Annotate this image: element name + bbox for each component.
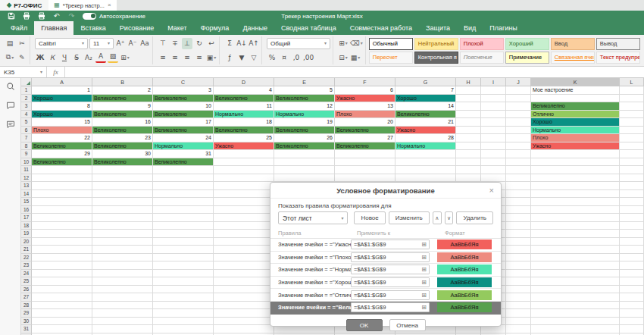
chat-icon[interactable] [6, 120, 15, 129]
rule-range-input[interactable]: =$A$1:$G$9⊞ [351, 265, 430, 274]
rule-row-3[interactable]: Значение ячейки = ="Нормально"=$A$1:$G$9… [270, 264, 501, 277]
cell-F9[interactable] [335, 150, 395, 158]
row-header-19[interactable]: 19 [21, 230, 32, 238]
cell-C13[interactable] [153, 182, 214, 190]
select-range-icon[interactable]: ⊞ [421, 266, 427, 273]
subscript-icon[interactable]: A₂ [83, 52, 94, 63]
move-rule-up-button[interactable]: ∧ [433, 211, 442, 224]
cell-B16[interactable] [92, 206, 153, 214]
rule-range-input[interactable]: =$A$1:$G$9⊞ [351, 252, 430, 262]
rule-row-2[interactable]: Значение ячейки = ="Плохо"=$A$1:$G$9⊞AaB… [270, 252, 501, 265]
cell-A13[interactable] [32, 182, 92, 190]
copy-icon[interactable]: ⧉▾ [5, 52, 15, 63]
save-button[interactable] [7, 12, 15, 20]
menu-item-Макет[interactable]: Макет [161, 21, 193, 35]
font-name-select[interactable]: Calibri▾ [35, 38, 88, 49]
document-tab[interactable]: ▦ *Трекер настр... × [48, 0, 116, 11]
merge-cells-icon[interactable]: ▣▾ [206, 52, 217, 63]
cell-A31[interactable] [32, 325, 92, 333]
cell-H4[interactable] [456, 111, 481, 119]
cell-B26[interactable] [92, 286, 153, 294]
percent-style-icon[interactable]: % [267, 52, 277, 63]
row-header-31[interactable]: 31 [21, 325, 32, 333]
cell-style-Текст предупре[interactable]: Текст предупре [596, 52, 640, 64]
cell-style-Вывод[interactable]: Вывод [596, 38, 640, 50]
cell-J5[interactable] [506, 118, 531, 127]
column-header-F[interactable]: F [335, 78, 395, 86]
format-as-table-icon[interactable]: ▦▾ [350, 52, 361, 63]
cell-C30[interactable] [153, 318, 214, 326]
cell-D3[interactable]: 11 [214, 102, 274, 111]
row-header-15[interactable]: 15 [21, 198, 32, 206]
cell-K15[interactable] [531, 198, 620, 206]
sort-asc-icon[interactable]: А↓ [236, 38, 247, 49]
cell-K29[interactable] [531, 309, 620, 318]
cell-B20[interactable] [92, 238, 153, 246]
cell-A20[interactable] [32, 238, 92, 246]
redo-button[interactable]: ↷ [67, 12, 76, 20]
cell-J27[interactable] [506, 293, 531, 302]
cell-D16[interactable] [214, 206, 274, 214]
align-center-icon[interactable]: ≡ [170, 52, 180, 63]
cell-K10[interactable] [531, 158, 620, 167]
cell-G4[interactable]: Великолепно [395, 111, 456, 119]
menu-item-Защита[interactable]: Защита [419, 21, 457, 35]
cell-G11[interactable] [395, 166, 456, 174]
cell-A14[interactable] [32, 190, 92, 199]
change-case-icon[interactable]: Aa [139, 38, 150, 49]
cell-A15[interactable] [32, 198, 92, 206]
cell-B31[interactable] [92, 325, 153, 333]
strikethrough-icon[interactable]: S [71, 52, 82, 63]
cell-G8[interactable]: Нормально [395, 142, 456, 151]
cell-I5[interactable] [481, 118, 506, 127]
cell-A1[interactable]: 1 [32, 86, 92, 95]
rules-scope-select[interactable]: Этот лист ▾ [278, 211, 348, 224]
select-range-icon[interactable]: ⊞ [421, 279, 427, 286]
cell-D2[interactable]: Великолепно [214, 95, 274, 103]
italic-icon[interactable]: К [47, 52, 58, 63]
cell-C24[interactable] [153, 270, 214, 278]
cell-I4[interactable] [481, 111, 506, 119]
row-header-9[interactable]: 9 [21, 150, 32, 158]
cell-D15[interactable] [214, 198, 274, 206]
cell-D1[interactable]: 4 [214, 86, 274, 95]
cell-L21[interactable] [620, 246, 644, 254]
row-header-21[interactable]: 21 [21, 246, 32, 254]
cell-D19[interactable] [214, 230, 274, 238]
cell-C7[interactable]: 24 [153, 134, 214, 142]
cell-J22[interactable] [506, 254, 531, 262]
row-header-28[interactable]: 28 [21, 302, 32, 310]
cell-L26[interactable] [620, 286, 644, 294]
sort-desc-icon[interactable]: А↑ [249, 38, 259, 49]
app-logo-button[interactable]: ◆ Р7-ОФИС [0, 0, 48, 11]
column-header-I[interactable]: I [481, 78, 506, 86]
row-header-11[interactable]: 11 [21, 166, 32, 174]
align-bottom-icon[interactable]: ⊥ [182, 38, 192, 49]
bold-icon[interactable]: Ж [35, 52, 45, 63]
cell-D29[interactable] [214, 309, 274, 318]
row-header-24[interactable]: 24 [21, 270, 32, 278]
cell-D31[interactable] [214, 325, 274, 333]
cell-K25[interactable] [531, 277, 620, 286]
decrease-decimal-icon[interactable]: ,0 [291, 52, 302, 63]
cell-G1[interactable]: 7 [395, 86, 456, 95]
cell-F2[interactable]: Ужасно [335, 95, 395, 103]
cell-A7[interactable]: 22 [32, 134, 92, 142]
cell-D27[interactable] [214, 293, 274, 302]
cell-D8[interactable]: Ужасно [214, 142, 274, 151]
cell-B9[interactable]: 30 [92, 150, 153, 158]
cell-A30[interactable] [32, 318, 92, 326]
cell-H9[interactable] [456, 150, 481, 158]
cell-K16[interactable] [531, 206, 620, 214]
cell-G12[interactable] [395, 174, 456, 183]
cell-G5[interactable]: 21 [395, 118, 456, 127]
cell-J17[interactable] [506, 214, 531, 222]
select-range-icon[interactable]: ⊞ [421, 254, 427, 261]
cell-F11[interactable] [335, 166, 395, 174]
rule-row-5[interactable]: Значение ячейки = ="Отлично"=$A$1:$G$9⊞A… [270, 289, 501, 302]
cell-C15[interactable] [153, 198, 214, 206]
cell-H6[interactable] [456, 127, 481, 135]
cancel-button[interactable]: Отмена [389, 319, 426, 331]
row-header-17[interactable]: 17 [21, 214, 32, 222]
cell-B5[interactable]: 16 [92, 118, 153, 127]
